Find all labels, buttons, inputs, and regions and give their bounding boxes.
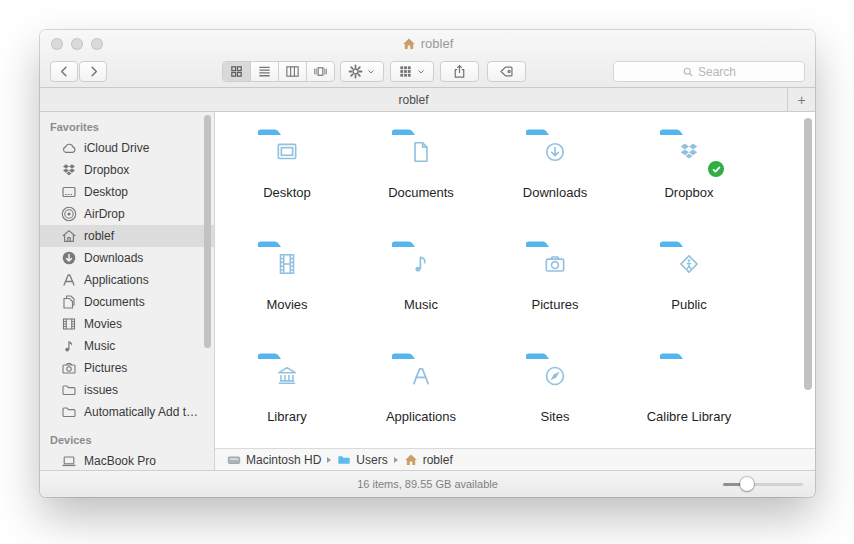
view-switcher [222,61,335,82]
chevron-down-icon [416,67,426,77]
icon-view-button[interactable] [223,62,251,81]
zoom-slider[interactable] [723,477,803,491]
window-title-text: roblef [421,36,454,51]
tags-button[interactable] [487,61,526,82]
folder-item-sites[interactable]: Sites [488,344,622,448]
sidebar-list: FavoritesiCloud DriveDropboxDesktopAirDr… [40,117,214,470]
window-body: FavoritesiCloud DriveDropboxDesktopAirDr… [40,112,815,470]
window-title: roblef [402,36,454,51]
sidebar-item-desktop[interactable]: Desktop [40,181,214,203]
icloud-icon [61,140,77,156]
folder-label: Calibre Library [647,409,732,424]
close-button[interactable] [51,38,63,50]
share-button[interactable] [440,61,479,82]
search-input[interactable]: Search [613,61,805,82]
sidebar-item-roblef[interactable]: roblef [40,225,214,247]
sidebar-item-downloads[interactable]: Downloads [40,247,214,269]
home-icon [404,453,418,467]
sidebar-item-dropbox[interactable]: Dropbox [40,159,214,181]
desktop-icon [61,184,77,200]
movies-icon [61,316,77,332]
finder-window: roblef Search [40,30,815,497]
folder-item-movies[interactable]: Movies [220,232,354,344]
sidebar-scrollbar[interactable] [204,115,211,348]
path-crumb-macintosh-hd[interactable]: Macintosh HD [227,453,321,467]
folder-item-calibre-library[interactable]: Calibre Library [622,344,756,448]
sync-badge [706,159,726,179]
sidebar-item-label: Music [84,339,115,353]
folder-icon [523,349,587,401]
path-crumb-users[interactable]: Users [337,453,387,467]
airdrop-icon [61,206,77,222]
folder-item-dropbox[interactable]: Dropbox [622,120,756,232]
search-icon [682,66,694,78]
column-view-icon [285,64,300,79]
sidebar-item-automatically-add-t[interactable]: Automatically Add t… [40,401,214,423]
toolbar: Search [40,57,815,87]
folder-icon [657,237,721,289]
folder-icon [523,125,587,177]
folder-label: Dropbox [664,185,713,200]
folder-item-public[interactable]: Public [622,232,756,344]
status-text: 16 items, 89.55 GB available [357,478,498,490]
blue-folder-icon [255,237,319,289]
forward-button[interactable] [79,61,107,82]
path-crumb-roblef[interactable]: roblef [404,453,453,467]
folder-label: Desktop [263,185,311,200]
folder-item-downloads[interactable]: Downloads [488,120,622,232]
folder-item-desktop[interactable]: Desktop [220,120,354,232]
sidebar-item-icloud-drive[interactable]: iCloud Drive [40,137,214,159]
action-menu-button[interactable] [340,61,384,82]
docs-icon [61,294,77,310]
folder-item-applications[interactable]: Applications [354,344,488,448]
minimize-button[interactable] [71,38,83,50]
content-scrollbar[interactable] [804,118,812,390]
laptop-icon [61,453,77,469]
sidebar-item-label: iCloud Drive [84,141,149,155]
tag-icon [499,64,514,79]
zoom-slider-track[interactable] [723,483,803,486]
sidebar-item-label: Pictures [84,361,127,375]
zoom-slider-knob[interactable] [740,477,754,491]
pictures-icon [61,360,77,376]
folder-item-library[interactable]: Library [220,344,354,448]
sidebar-item-documents[interactable]: Documents [40,291,214,313]
arrange-icon [398,64,413,79]
blue-folder-icon [255,349,319,401]
folder-item-documents[interactable]: Documents [354,120,488,232]
new-tab-button[interactable]: + [788,88,815,111]
sidebar-item-label: AirDrop [84,207,125,221]
arrange-menu-button[interactable] [390,61,434,82]
coverflow-view-button[interactable] [307,62,334,81]
downloads-icon [61,250,77,266]
sidebar-item-label: roblef [84,229,114,243]
list-view-button[interactable] [251,62,279,81]
sidebar-item-pictures[interactable]: Pictures [40,357,214,379]
path-crumb-label: Macintosh HD [246,453,321,467]
column-view-button[interactable] [279,62,307,81]
sidebar-item-music[interactable]: Music [40,335,214,357]
blue-folder-icon [255,125,319,177]
sidebar-item-macbook-pro[interactable]: MacBook Pro [40,450,214,470]
apps-icon [61,272,77,288]
folder-icon [61,382,77,398]
path-crumb-label: roblef [423,453,453,467]
sidebar-item-applications[interactable]: Applications [40,269,214,291]
blue-folder-icon [389,125,453,177]
path-separator-icon [394,457,398,463]
folder-item-music[interactable]: Music [354,232,488,344]
folder-icon [389,125,453,177]
folder-icon [523,237,587,289]
back-button[interactable] [50,61,78,82]
folder-item-pictures[interactable]: Pictures [488,232,622,344]
sidebar-item-movies[interactable]: Movies [40,313,214,335]
tab-roblef[interactable]: roblef [40,88,788,111]
zoom-button[interactable] [91,38,103,50]
sidebar-item-issues[interactable]: issues [40,379,214,401]
folder-icon [389,237,453,289]
titlebar: roblef [40,30,815,57]
blue-folder-icon [523,125,587,177]
plus-icon: + [797,92,805,108]
folder-label: Downloads [523,185,587,200]
sidebar-item-airdrop[interactable]: AirDrop [40,203,214,225]
